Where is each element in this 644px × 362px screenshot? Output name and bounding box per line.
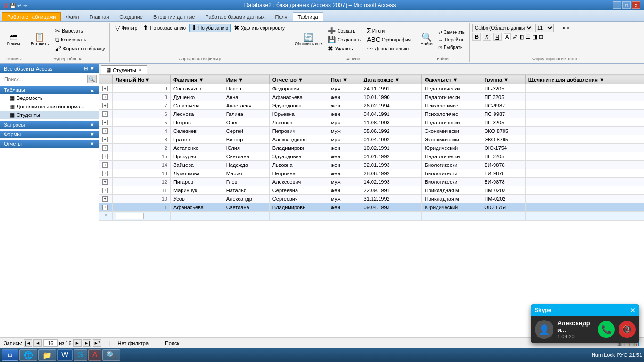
paste-button[interactable]: 📋 Вставить (28, 32, 51, 48)
row-expand-btn[interactable]: + (102, 188, 108, 193)
expand-cell[interactable]: + (99, 144, 113, 152)
taskbar-chrome[interactable]: 🌐 (19, 349, 37, 361)
close-button[interactable]: ✕ (632, 1, 640, 9)
row-expand-btn[interactable]: + (102, 128, 108, 134)
clear-sort-button[interactable]: ✖ Удалить сортировку (231, 24, 287, 32)
start-button[interactable]: ⊞ (2, 349, 18, 361)
forms-section-header[interactable]: Формы ▼ (0, 131, 99, 138)
sidebar-expand-icon[interactable]: ⊞ ▼ (84, 66, 95, 72)
row-expand-btn[interactable]: + (102, 103, 108, 108)
list-icon[interactable]: ≡ (556, 25, 559, 31)
totals-button[interactable]: Σ Итоги (364, 26, 413, 35)
highlight-button[interactable]: 🖊 (512, 34, 517, 40)
tab-external[interactable]: Внешние данные (148, 12, 200, 21)
expand-cell[interactable]: + (99, 152, 113, 161)
nav-first-button[interactable]: |◄ (24, 339, 32, 347)
taskbar-extra[interactable]: 🔍 (102, 349, 120, 361)
table-row[interactable]: + 13 Лукашкова Мария Петровна жен 28.06.… (99, 169, 644, 178)
align-left-icon[interactable]: ◧ (519, 34, 524, 40)
nav-new-button[interactable]: ►* (93, 339, 101, 347)
italic-button[interactable]: K (483, 33, 491, 41)
data-table-container[interactable]: Личный Но▼ Фамилия ▼ Имя ▼ Отчество ▼ По… (99, 75, 644, 337)
row-expand-btn[interactable]: + (102, 154, 108, 159)
outdent-icon[interactable]: ⇤ (567, 25, 571, 31)
row-expand-btn[interactable]: + (102, 111, 108, 117)
table-row[interactable]: + 11 Маринчук Наталья Сергеевна жен 22.0… (99, 186, 644, 195)
col-birthdate[interactable]: Дата рожде ▼ (361, 75, 421, 84)
cut-button[interactable]: ✂ Вырезать (52, 26, 107, 35)
sidebar-search-input[interactable] (2, 75, 86, 83)
tab-close-button[interactable]: ✕ (138, 67, 142, 73)
row-expand-btn[interactable]: + (102, 94, 108, 100)
row-expand-btn[interactable]: + (102, 120, 108, 125)
sidebar-item-vedomost[interactable]: ▦ Ведомость (0, 94, 99, 102)
new-row-id-input[interactable] (113, 212, 171, 221)
find-button[interactable]: 🔍 Найти (418, 32, 435, 48)
tab-fields[interactable]: Поля (270, 12, 292, 21)
tab-create[interactable]: Создание (114, 12, 148, 21)
row-expand-btn[interactable]: + (102, 205, 108, 210)
sidebar-search-button[interactable]: 🔍 (87, 75, 97, 83)
students-tab[interactable]: ▦ Студенты ✕ (101, 65, 147, 74)
expand-cell[interactable]: + (99, 118, 113, 127)
align-right-icon[interactable]: ◨ (532, 34, 537, 40)
queries-section-header[interactable]: Запросы ▼ (0, 121, 99, 129)
reports-section-header[interactable]: Отчеты ▼ (0, 140, 99, 148)
replace-button[interactable]: ⇄ Заменить (436, 29, 467, 36)
table-row[interactable]: + 4 Селезнев Сергей Петрович муж 05.06.1… (99, 127, 644, 135)
row-expand-btn[interactable]: + (102, 171, 108, 176)
sort-desc-button[interactable]: ⬇ По убыванию (189, 24, 231, 32)
quick-access-undo[interactable]: ↩ (17, 3, 21, 8)
table-row[interactable]: + 1 Афанасьева Светлана Владимировн жен … (99, 203, 644, 212)
copy-button[interactable]: ⧉ Копировать (52, 35, 107, 44)
select-button[interactable]: ⊡ Выбрать (436, 44, 467, 51)
col-add[interactable]: Щелкните для добавления ▼ (525, 75, 644, 84)
col-patronymic[interactable]: Отчество ▼ (269, 75, 328, 84)
col-faculty[interactable]: Факультет ▼ (421, 75, 481, 84)
nav-next-button[interactable]: ► (73, 339, 82, 347)
new-row[interactable]: * (99, 212, 644, 221)
expand-cell[interactable]: + (99, 93, 113, 101)
row-expand-btn[interactable]: + (102, 162, 108, 168)
col-name[interactable]: Имя ▼ (223, 75, 269, 84)
expand-cell[interactable]: + (99, 186, 113, 195)
create-record-button[interactable]: ➕ Создать (325, 26, 363, 35)
row-expand-btn[interactable]: + (102, 196, 108, 202)
taskbar-access[interactable]: A (88, 349, 102, 361)
taskbar-skype[interactable]: S (74, 349, 87, 361)
delete-record-button[interactable]: ✖ Удалить (325, 44, 363, 53)
accept-call-button[interactable]: 📞 (598, 321, 615, 338)
goto-button[interactable]: → Перейти (436, 36, 467, 43)
col-gender[interactable]: Пол ▼ (328, 75, 361, 84)
save-record-button[interactable]: 💾 Сохранить (325, 35, 363, 44)
filter-button[interactable]: ▽ Фильтр (113, 24, 140, 32)
decline-call-button[interactable]: 📵 (619, 321, 636, 338)
taskbar-folder[interactable]: 📁 (38, 349, 56, 361)
expand-cell[interactable]: + (99, 195, 113, 203)
expand-cell[interactable]: + (99, 127, 113, 135)
more-records-button[interactable]: ⋯ Дополнительно (364, 44, 413, 53)
row-expand-btn[interactable]: + (102, 137, 108, 142)
row-expand-btn[interactable]: + (102, 179, 108, 185)
expand-cell[interactable]: + (99, 135, 113, 144)
font-family-select[interactable]: Calibri (Область данны (472, 24, 533, 32)
table-row[interactable]: + 8 Душенко Анна Афанасьева жен 10.01.19… (99, 93, 644, 101)
spell-button[interactable]: ABC Орфография (364, 35, 413, 44)
table-row[interactable]: + 7 Савельева Анастасия Эдуардовна жен 2… (99, 101, 644, 110)
view-button[interactable]: 🗃 Режим (5, 32, 23, 48)
expand-cell[interactable]: + (99, 84, 113, 93)
expand-cell[interactable]: + (99, 169, 113, 178)
skype-close-button[interactable]: ✕ (630, 306, 636, 314)
align-center-icon[interactable]: ☰ (526, 34, 530, 40)
sidebar-item-dopoln[interactable]: ▦ Дополнительная информа... (0, 102, 99, 111)
indent-icon[interactable]: ⇥ (561, 25, 565, 31)
table-row[interactable]: + 2 Астапенко Юлия Владимировн жен 10.02… (99, 144, 644, 152)
table-row[interactable]: + 6 Леонова Галина Юрьевна жен 04.04.199… (99, 110, 644, 118)
sort-asc-button[interactable]: ⬆ По возрастанию (140, 24, 188, 32)
expand-cell[interactable]: + (99, 161, 113, 169)
taskbar-word[interactable]: W (57, 349, 73, 361)
tab-home[interactable]: Главная (84, 12, 114, 21)
quick-access-save[interactable]: 💾 (10, 3, 16, 8)
table-row[interactable]: + 5 Петров Олег Львович муж 11.08.1993 П… (99, 118, 644, 127)
col-id[interactable]: Личный Но▼ (113, 75, 171, 84)
